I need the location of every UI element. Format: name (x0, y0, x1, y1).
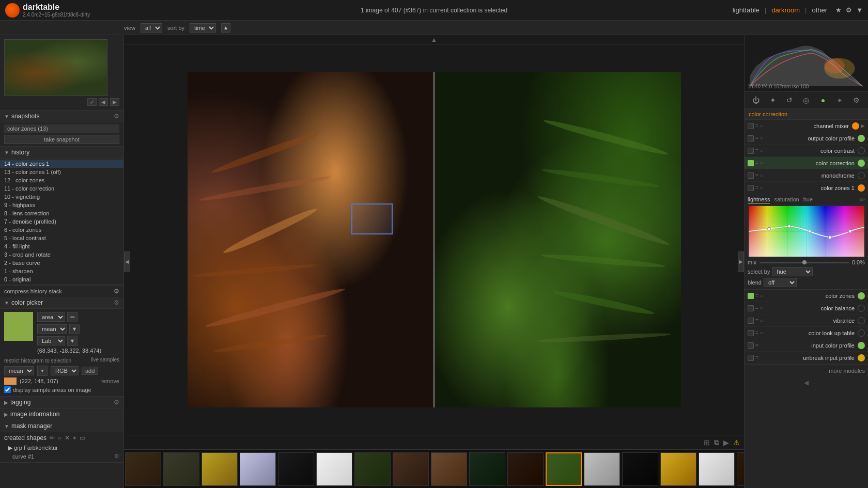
snapshots-gear-icon[interactable]: ⚙ (114, 113, 119, 120)
channel-mixer-arrow-icon[interactable]: ▶ (861, 123, 865, 129)
channel-mixer-color[interactable] (852, 122, 859, 130)
vibrance-color[interactable] (858, 317, 865, 324)
color-lut-mask-btn[interactable]: = (755, 330, 758, 336)
compare-icon[interactable]: ⧉ (714, 438, 719, 447)
color-correction-mask-btn[interactable]: = (755, 160, 758, 166)
color-icon[interactable]: ◎ (800, 94, 812, 106)
vibrance-edit-btn[interactable]: ○ (760, 318, 763, 323)
color-correction-toggle[interactable] (748, 160, 754, 166)
compress-history-btn[interactable]: ⚙ (114, 288, 119, 295)
history-item-3[interactable]: 3 - crop and rotate (0, 250, 123, 259)
mask-icon[interactable]: ⌖ (833, 94, 846, 106)
czc-tab-hue[interactable]: hue (803, 196, 813, 203)
power-icon[interactable]: ⏻ (750, 94, 762, 106)
monochrome-toggle[interactable] (748, 172, 754, 179)
color-contrast-edit-btn[interactable]: ○ (760, 148, 763, 153)
module-unbreak-input-profile[interactable]: = unbreak input profile (745, 352, 868, 364)
history-item-9[interactable]: 9 - highpass (0, 201, 123, 209)
czc-edit-btn[interactable]: ✏ (860, 196, 865, 203)
input-cp-mask-btn[interactable]: = (755, 342, 758, 348)
color-contrast-toggle[interactable] (748, 148, 754, 154)
module-monochrome[interactable]: = ○ monochrome (745, 169, 868, 182)
film-thumb-5[interactable] (278, 452, 314, 486)
output-cp-edit-btn[interactable]: ○ (760, 135, 763, 141)
module-vibrance[interactable]: = ○ vibrance (745, 314, 868, 327)
color-correction-edit-btn[interactable]: ○ (760, 160, 763, 166)
nav-other[interactable]: other (812, 6, 827, 14)
thumb-prev-btn[interactable]: ◀ (99, 98, 108, 106)
image-info-header[interactable]: ▶ image information (0, 408, 123, 420)
cp-mean-expand-icon[interactable]: ▼ (37, 366, 48, 376)
module-color-lut[interactable]: = ○ color look up table (745, 327, 868, 339)
thumb-expand-btn[interactable]: ⤢ (87, 98, 97, 106)
snapshots-header[interactable]: ▼ snapshots ⚙ (0, 111, 123, 122)
czc-tab-saturation[interactable]: saturation (774, 196, 799, 203)
film-thumb-8[interactable] (393, 452, 429, 486)
history-header[interactable]: ▼ history (0, 147, 123, 159)
history-item-0[interactable]: 0 - original (0, 275, 123, 284)
color-zones-mask-btn[interactable]: = (755, 293, 758, 298)
history-item-12[interactable]: 12 - color zones (0, 176, 123, 184)
shape-edit-btn[interactable]: ✏ (50, 434, 55, 442)
color-zones-1-mask-btn[interactable]: = (755, 185, 758, 191)
history-item-8[interactable]: 8 - lens correction (0, 209, 123, 217)
color-contrast-mask-btn[interactable]: = (755, 148, 758, 153)
module-color-contrast[interactable]: = ○ color contrast (745, 145, 868, 157)
warning-icon[interactable]: ⚠ (733, 438, 740, 447)
mask-group-item[interactable]: ▶ grp Farbkorrektur (4, 444, 119, 452)
history-item-11[interactable]: 11 - color correction (0, 184, 123, 193)
color-zones-1-color[interactable] (858, 184, 865, 192)
gear-icon[interactable]: ⚙ (846, 6, 852, 14)
selection-rectangle[interactable] (351, 203, 393, 234)
settings-icon[interactable]: ⚙ (850, 94, 863, 106)
history-item-1[interactable]: 1 - sharpen (0, 267, 123, 275)
vibrance-mask-btn[interactable]: = (755, 318, 758, 323)
film-thumb-3[interactable] (202, 452, 238, 486)
monochrome-color[interactable] (858, 172, 865, 179)
color-correction-color[interactable] (858, 160, 865, 167)
history-item-10[interactable]: 10 - vignetting (0, 193, 123, 201)
select-by-select[interactable]: hue saturation lightness (772, 267, 813, 276)
shape-rect-btn[interactable]: ▭ (80, 434, 85, 442)
display-sample-checkbox[interactable] (4, 386, 11, 393)
cp-mode-select[interactable]: area point (37, 312, 65, 322)
color-zones-toggle[interactable] (748, 293, 754, 299)
history-item-14[interactable]: 14 - color zones 1 (0, 160, 123, 168)
collapse-icon[interactable]: ◀ (804, 379, 809, 386)
cp-add-btn[interactable]: add (82, 367, 98, 375)
color-picker-gear-icon[interactable]: ⚙ (114, 299, 119, 306)
take-snapshot-btn[interactable]: take snapshot (4, 135, 119, 144)
czc-tab-lightness[interactable]: lightness (748, 196, 770, 203)
top-center-arrow-icon[interactable]: ▲ (431, 36, 437, 43)
sort-select[interactable]: time (190, 23, 216, 33)
module-color-balance[interactable]: = ○ color balance (745, 302, 868, 314)
film-thumb-2[interactable] (163, 452, 199, 486)
module-color-zones-1[interactable]: = ○ color zones 1 (745, 182, 868, 194)
film-thumb-9[interactable] (431, 452, 467, 486)
history-item-2[interactable]: 2 - base curve (0, 259, 123, 267)
sort-direction-btn[interactable]: ▲ (221, 23, 230, 33)
shape-circle-btn[interactable]: ○ (58, 434, 61, 442)
channel-mixer-mask-btn[interactable]: = (755, 123, 758, 129)
color-contrast-color[interactable] (858, 147, 865, 154)
cp-cs-expand-icon[interactable]: ▼ (67, 336, 78, 346)
film-thumb-11[interactable] (507, 452, 544, 486)
module-color-zones[interactable]: = ○ color zones (745, 290, 868, 302)
film-thumb-1[interactable] (125, 452, 161, 486)
right-panel-toggle-btn[interactable]: ▶ (738, 251, 744, 272)
output-cp-color[interactable] (858, 135, 865, 142)
film-thumb-12-selected[interactable] (546, 452, 582, 486)
unbreak-color[interactable] (858, 354, 865, 361)
color-balance-color[interactable] (858, 305, 865, 312)
film-thumb-4[interactable] (240, 452, 276, 486)
history-item-7[interactable]: 7 - denoise (profiled) (0, 217, 123, 226)
film-thumb-7[interactable] (354, 452, 391, 486)
thumb-next-btn[interactable]: ▶ (110, 98, 119, 106)
live-samples-link[interactable]: live samples (91, 357, 119, 363)
color-zones-1-toggle[interactable] (748, 185, 754, 191)
remove-sample-btn[interactable]: remove (100, 378, 119, 384)
color-lut-color[interactable] (858, 329, 865, 337)
color-balance-edit-btn[interactable]: ○ (760, 305, 763, 311)
unbreak-toggle[interactable] (748, 355, 754, 361)
play-icon[interactable]: ▶ (723, 438, 729, 447)
